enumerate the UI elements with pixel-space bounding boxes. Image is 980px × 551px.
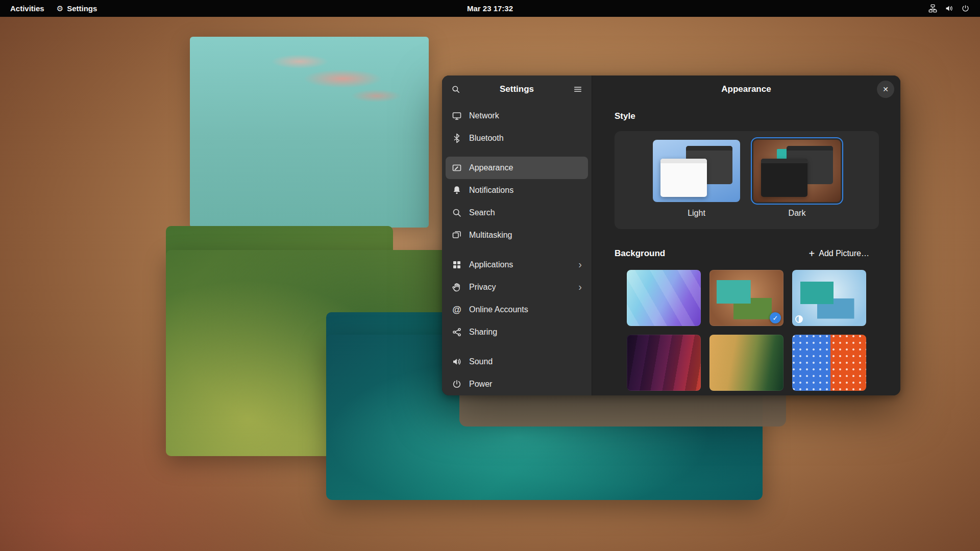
multitasking-icon [452, 230, 462, 240]
light-style-preview [653, 140, 740, 202]
content-headerbar: Appearance ✕ [592, 76, 900, 103]
wallpaper-sky-panel [190, 37, 429, 228]
chevron-right-icon: › [578, 259, 582, 271]
hamburger-menu-icon [573, 85, 582, 94]
sidebar-item-appearance[interactable]: Appearance [446, 157, 588, 179]
preview-accent-square [777, 149, 788, 160]
activities-label: Activities [10, 4, 44, 13]
nav-group-apps-privacy: Applications › Privacy › @ Online Accoun… [446, 254, 588, 343]
applications-icon [452, 260, 462, 270]
sidebar-item-online-accounts[interactable]: @ Online Accounts [446, 298, 588, 321]
app-menu-button[interactable]: ⚙ Settings [51, 2, 104, 15]
sidebar-item-label: Search [469, 208, 582, 217]
style-section-label: Style [615, 111, 635, 121]
sidebar-item-label: Network [469, 111, 582, 120]
sidebar-header: Settings [442, 76, 592, 103]
chevron-right-icon: › [578, 282, 582, 293]
sidebar-item-label: Applications [469, 260, 571, 269]
gear-icon: ⚙ [57, 5, 63, 12]
clock-button[interactable]: Mar 23 17:32 [461, 2, 519, 15]
sidebar-nav: Network Bluetooth Appearance Notificatio [442, 103, 592, 395]
appearance-panel: Appearance ✕ Style Light [592, 76, 900, 395]
settings-sidebar: Settings Network Bluetooth [442, 76, 592, 395]
sidebar-item-label: Bluetooth [469, 134, 582, 143]
wallpaper-thumbnail-blue-orange[interactable] [792, 335, 866, 391]
volume-icon [945, 4, 953, 13]
search-button[interactable] [447, 81, 464, 98]
sidebar-item-sound[interactable]: Sound [446, 350, 588, 373]
search-icon [451, 85, 460, 94]
sidebar-item-privacy[interactable]: Privacy › [446, 276, 588, 298]
settings-window: Settings Network Bluetooth [442, 76, 900, 395]
power-icon [452, 379, 462, 389]
wallpaper-grid: ✓ [627, 270, 866, 391]
preview-front-window [660, 159, 707, 197]
sidebar-item-sharing[interactable]: Sharing [446, 321, 588, 343]
privacy-icon [452, 282, 462, 292]
network-icon [452, 111, 462, 121]
activities-button[interactable]: Activities [4, 2, 51, 15]
sidebar-item-search[interactable]: Search [446, 202, 588, 224]
background-section-label: Background [615, 248, 665, 259]
top-bar: Activities ⚙ Settings Mar 23 17:32 [0, 0, 980, 17]
primary-menu-button[interactable] [569, 81, 586, 98]
check-icon: ✓ [773, 314, 778, 322]
nav-group-personalization: Appearance Notifications Search Multitas… [446, 157, 588, 246]
bluetooth-icon [452, 133, 462, 143]
wallpaper-thumbnail-dark-stripes[interactable] [627, 335, 701, 391]
online-accounts-icon: @ [452, 305, 462, 315]
add-picture-button[interactable]: + Add Picture… [805, 245, 873, 262]
wallpaper-thumbnail-blue-purple-geometric[interactable] [627, 270, 701, 326]
style-option-label: Light [653, 209, 740, 218]
appearance-icon [452, 163, 462, 173]
nav-group-connectivity: Network Bluetooth [446, 105, 588, 149]
sidebar-item-notifications[interactable]: Notifications [446, 179, 588, 202]
network-icon [928, 4, 937, 13]
sidebar-item-bluetooth[interactable]: Bluetooth [446, 127, 588, 149]
sidebar-item-power[interactable]: Power [446, 373, 588, 395]
appearance-content: Style Light [592, 103, 900, 395]
wallpaper-thumbnail-light-variant[interactable] [792, 270, 866, 326]
sidebar-item-label: Multitasking [469, 231, 582, 240]
wallpaper-thumbnail-current-selected[interactable]: ✓ [709, 270, 783, 326]
selected-check-badge: ✓ [770, 312, 781, 323]
sidebar-item-network[interactable]: Network [446, 105, 588, 127]
sidebar-item-label: Online Accounts [469, 305, 582, 314]
style-option-light[interactable]: Light [653, 140, 740, 229]
notifications-icon [452, 185, 462, 195]
sidebar-item-label: Sound [469, 357, 582, 366]
sidebar-item-label: Appearance [469, 163, 582, 172]
sidebar-item-applications[interactable]: Applications › [446, 254, 588, 276]
style-option-label: Dark [753, 209, 841, 218]
dark-style-preview [753, 140, 841, 202]
sidebar-item-multitasking[interactable]: Multitasking [446, 224, 588, 246]
nav-group-system: Sound Power [446, 350, 588, 395]
close-button[interactable]: ✕ [877, 81, 894, 98]
style-option-dark[interactable]: Dark [753, 140, 841, 229]
clock-label: Mar 23 17:32 [467, 4, 513, 13]
sidebar-item-label: Sharing [469, 328, 582, 337]
preview-front-window [761, 159, 807, 197]
close-icon: ✕ [883, 85, 889, 93]
power-icon [961, 4, 970, 13]
style-card: Light Dark [615, 131, 879, 229]
search-icon [452, 208, 462, 218]
wallpaper-thumbnail-amber-green[interactable] [709, 335, 783, 391]
sound-icon [452, 357, 462, 367]
plus-icon: + [809, 248, 815, 259]
light-dark-variant-icon [795, 315, 803, 323]
add-picture-label: Add Picture… [819, 249, 869, 258]
sharing-icon [452, 327, 462, 337]
window-title: Settings [464, 84, 569, 94]
system-status-area[interactable] [922, 2, 976, 15]
app-menu-label: Settings [67, 4, 97, 13]
background-section-header: Background + Add Picture… [615, 245, 873, 262]
desktop: Activities ⚙ Settings Mar 23 17:32 Setti… [0, 0, 980, 551]
sidebar-item-label: Notifications [469, 186, 582, 195]
sidebar-item-label: Power [469, 380, 582, 389]
page-title: Appearance [721, 84, 771, 94]
sidebar-item-label: Privacy [469, 283, 571, 292]
